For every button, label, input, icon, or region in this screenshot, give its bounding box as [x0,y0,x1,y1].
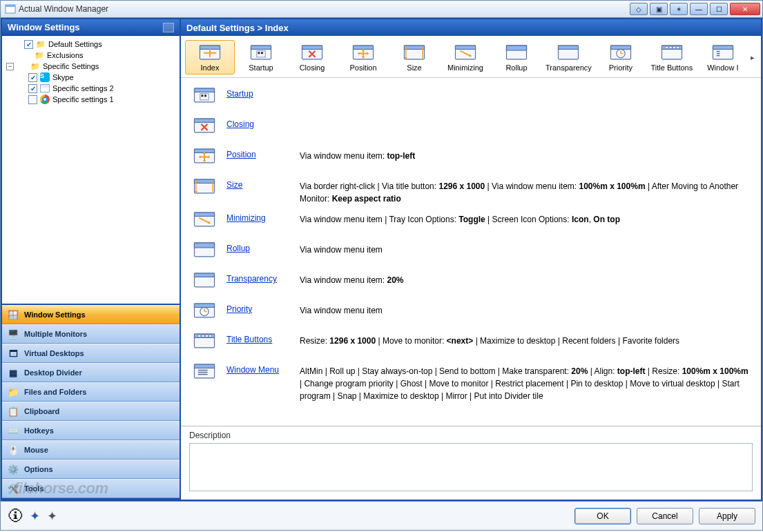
ok-button[interactable]: OK [574,508,631,524]
checkbox-icon[interactable]: ✔ [24,40,33,49]
row-icon [192,331,217,350]
row-description: Via window menu item | Tray Icon Options… [300,209,750,226]
row-link[interactable]: Size [226,180,242,190]
nav-item-virtual-desktops[interactable]: 🗔Virtual Desktops [2,344,180,363]
footer-icon-2[interactable]: ✦ [47,509,57,524]
chrome-icon [39,95,50,104]
titlebar-extra-button-1[interactable]: ◇ [630,3,648,15]
checkbox-icon[interactable]: ✔ [28,84,37,93]
svg-rect-61 [194,213,214,216]
tool-window-i[interactable]: Window I [698,40,748,75]
row-link[interactable]: Minimizing [226,213,266,223]
nav-item-tools[interactable]: 🛠️Tools [2,479,180,498]
window-icon [39,83,50,93]
tool-rollup[interactable]: Rollup [492,40,541,75]
row-link[interactable]: Window Menu [226,365,279,375]
row-link[interactable]: Title Buttons [226,335,272,344]
footer-icon-1[interactable]: ✦ [30,509,40,524]
tool-startup[interactable]: Startup [236,40,286,75]
row-description: Via window menu item [300,239,750,256]
svg-rect-79 [198,370,208,371]
nav-item-window-settings[interactable]: 🪟Window Settings [2,305,180,324]
tool-icon [402,43,427,62]
tool-icon [453,43,478,62]
nav-item-files-and-folders[interactable]: 📁Files and Folders [2,382,180,402]
tree-default-settings[interactable]: ✔📁Default Settings [5,39,177,49]
tool-closing[interactable]: Closing [287,40,337,75]
titlebar-extra-button-2[interactable]: ▣ [650,3,668,15]
row-link[interactable]: Priority [226,304,252,314]
minimize-button[interactable]: — [690,3,708,15]
row-icon [192,209,217,228]
tool-icon [249,43,273,62]
nav-item-mouse[interactable]: 🖱️Mouse [2,440,180,460]
tool-minimizing[interactable]: Minimizing [441,40,490,75]
row-icon [192,239,217,259]
row-link[interactable]: Startup [226,89,253,99]
titlebar: Actual Window Manager ◇ ▣ ✶ — ☐ ✕ [0,0,763,18]
close-button[interactable]: ✕ [730,3,760,15]
row-link[interactable]: Transparency [226,274,277,284]
index-row-window-menu: Window Menu AltMin | Roll up | Stay alwa… [192,361,750,402]
nav-icon: ⚙️ [6,463,20,475]
svg-rect-28 [559,46,579,49]
help-icon[interactable]: 🛈 [8,507,23,525]
nav-item-desktop-divider[interactable]: ▦Desktop Divider [2,363,180,382]
tool-position[interactable]: Position [338,40,388,75]
cancel-button[interactable]: Cancel [637,508,693,524]
row-description [300,115,750,119]
toolbar-scroll-right[interactable]: ▸ [749,40,756,75]
description-input[interactable] [189,443,753,491]
apply-button[interactable]: Apply [699,508,755,524]
svg-rect-40 [717,51,720,52]
svg-rect-76 [209,335,212,337]
maximize-button[interactable]: ☐ [710,3,728,15]
tree-item-specific-2[interactable]: ✔Specific settings 2 [5,83,177,93]
nav-item-options[interactable]: ⚙️Options [2,460,180,479]
checkbox-icon[interactable] [28,95,37,104]
nav-item-clipboard[interactable]: 📋Clipboard [2,402,180,421]
row-icon [192,361,217,380]
left-panel-header: Window Settings [2,19,180,36]
svg-rect-36 [673,46,675,48]
nav-item-hotkeys[interactable]: ⌨️Hotkeys [2,421,180,440]
index-row-startup: Startup [192,85,750,111]
svg-rect-10 [302,46,322,49]
svg-rect-75 [206,335,209,337]
tree-item-skype[interactable]: ✔SSkype [5,72,177,82]
tool-priority[interactable]: Priority [596,40,646,75]
row-description: AltMin | Roll up | Stay always-on-top | … [300,361,750,402]
tree-item-specific-1[interactable]: Specific settings 1 [5,95,177,104]
titlebar-extra-button-3[interactable]: ✶ [670,3,688,15]
tool-icon [197,43,222,62]
checkbox-icon[interactable]: ✔ [28,73,37,82]
main-area: Window Settings ✔📁Default Settings 📁Excl… [0,18,763,502]
svg-rect-44 [194,88,214,92]
svg-rect-22 [455,46,475,49]
row-description: Via window menu item: 20% [300,270,750,286]
tree-exclusions[interactable]: 📁Exclusions [5,50,177,60]
row-link[interactable]: Closing [226,119,254,129]
svg-rect-3 [200,46,220,49]
nav-icon: 📁 [6,386,20,398]
row-link[interactable]: Rollup [226,244,250,253]
nav-item-multiple-monitors[interactable]: 🖥️Multiple Monitors [2,324,180,344]
panel-collapse-icon[interactable] [163,23,174,32]
tree-specific-settings[interactable]: −📁Specific Settings [5,61,177,71]
svg-rect-74 [202,335,204,337]
svg-rect-81 [198,374,208,375]
tool-title-buttons[interactable]: Title Buttons [647,40,697,75]
index-row-size: Size Via border right-click | Via title … [192,176,750,205]
skype-icon: S [39,72,50,82]
svg-rect-7 [258,52,260,54]
tool-transparency[interactable]: Transparency [543,40,595,75]
tool-icon [351,43,376,62]
row-description: Via window menu item [300,300,750,317]
row-description: Via border right-click | Via title butto… [300,176,750,205]
svg-rect-35 [669,46,672,48]
tool-size[interactable]: Size [389,40,439,75]
index-row-priority: Priority Via window menu item [192,300,750,326]
tree-collapse-icon[interactable]: − [6,63,14,70]
row-link[interactable]: Position [226,150,256,159]
tool-index[interactable]: Index [185,40,235,75]
